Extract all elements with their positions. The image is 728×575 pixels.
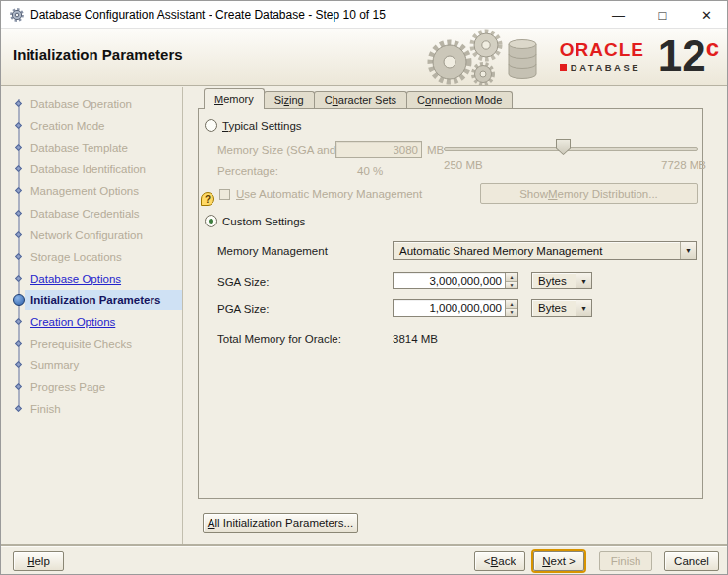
- total-memory-label: Total Memory for Oracle:: [217, 333, 341, 345]
- slider-min-label: 250 MB: [444, 160, 483, 171]
- oracle-wordmark: ORACLE: [560, 40, 644, 59]
- step-bullet-icon: [14, 318, 21, 325]
- sga-spinner-up-icon[interactable]: ▲: [506, 273, 517, 282]
- percentage-value: 40 %: [357, 165, 383, 177]
- sidebar-item-initialization-parameters: Initialization Parameters: [1, 289, 183, 311]
- pga-spinner[interactable]: ▲ ▼: [505, 300, 517, 316]
- slider-max-label: 7728 MB: [661, 160, 706, 171]
- chevron-down-icon: ▼: [576, 300, 591, 316]
- tab-memory[interactable]: Memory: [204, 88, 265, 109]
- amm-checkbox: [219, 189, 230, 200]
- sidebar-item-finish: Finish: [1, 398, 183, 419]
- sidebar-item-network-configuration: Network Configuration: [1, 224, 183, 246]
- pga-unit-select[interactable]: Bytes ▼: [531, 299, 592, 317]
- memory-size-unit-label: MB: [427, 144, 444, 156]
- memory-size-field: [335, 141, 422, 158]
- current-step-icon: [13, 294, 25, 306]
- tab-character-sets[interactable]: Character Sets: [314, 91, 407, 108]
- memory-slider-track: [444, 147, 698, 151]
- typical-settings-radio[interactable]: [205, 119, 217, 132]
- memory-size-input: [336, 142, 421, 157]
- percentage-label: Percentage:: [217, 165, 278, 177]
- step-bullet-icon: [14, 340, 21, 347]
- sidebar-item-database-operation: Database Operation: [1, 94, 183, 115]
- sga-size-label: SGA Size:: [217, 276, 269, 288]
- sidebar-item-prerequisite-checks: Prerequisite Checks: [1, 333, 183, 354]
- pga-size-input[interactable]: [394, 300, 505, 316]
- version-12c: 12 c: [658, 34, 719, 78]
- step-bullet-icon: [14, 253, 21, 260]
- cancel-button[interactable]: Cancel: [664, 551, 719, 571]
- chevron-down-icon: ▼: [576, 273, 591, 288]
- header-banner: Initialization Parameters ORACLE: [1, 29, 728, 86]
- step-bullet-icon: [14, 361, 21, 368]
- help-button[interactable]: Help: [13, 551, 64, 571]
- sga-size-input[interactable]: [394, 273, 505, 288]
- step-bullet-icon: [14, 209, 21, 216]
- total-memory-value: 3814 MB: [393, 333, 438, 345]
- step-bullet-icon: [14, 100, 21, 107]
- sga-unit-select[interactable]: Bytes ▼: [531, 272, 592, 289]
- title-bar: Database Configuration Assistant - Creat…: [1, 1, 728, 29]
- database-cylinder-icon: [509, 40, 536, 79]
- amm-checkbox-label: Use Automatic Memory Management: [236, 188, 422, 200]
- step-bullet-icon: [14, 231, 21, 238]
- version-letter: c: [706, 36, 719, 60]
- app-icon: [9, 7, 25, 23]
- tab-sizing[interactable]: Sizing: [264, 91, 315, 108]
- typical-settings-label: Typical Settings: [222, 120, 302, 132]
- sga-size-field[interactable]: ▲ ▼: [393, 272, 518, 289]
- sidebar-item-creation-options[interactable]: Creation Options: [1, 311, 183, 333]
- pga-unit-value: Bytes: [532, 302, 576, 314]
- minimize-button[interactable]: —: [596, 1, 640, 29]
- pga-size-field[interactable]: ▲ ▼: [393, 299, 518, 317]
- wizard-steps-sidebar: Database Operation Creation Mode Databas…: [1, 87, 183, 544]
- gears-database-graphic: [412, 29, 550, 86]
- pga-size-label: PGA Size:: [217, 303, 269, 315]
- next-button[interactable]: Next >: [533, 551, 584, 571]
- back-button[interactable]: < Back: [474, 551, 525, 571]
- page-title: Initialization Parameters: [13, 46, 183, 63]
- finish-button: Finish: [599, 551, 652, 571]
- version-number: 12: [658, 34, 706, 78]
- sga-spinner[interactable]: ▲ ▼: [505, 273, 517, 288]
- sidebar-item-database-options[interactable]: Database Options: [1, 268, 183, 289]
- database-wordmark: DATABASE: [571, 62, 640, 73]
- step-bullet-icon: [14, 122, 21, 129]
- tab-connection-mode[interactable]: Connection Mode: [406, 91, 513, 108]
- step-bullet-icon: [14, 383, 21, 390]
- oracle-logo: ORACLE DATABASE: [560, 40, 644, 73]
- oracle-red-square-icon: [560, 64, 567, 71]
- memory-management-value: Automatic Shared Memory Management: [394, 245, 680, 257]
- sidebar-item-storage-locations: Storage Locations: [1, 246, 183, 268]
- step-bullet-icon: [14, 275, 21, 282]
- sidebar-item-database-credentials: Database Credentials: [1, 202, 183, 224]
- custom-settings-radio[interactable]: [205, 215, 217, 227]
- chevron-down-icon: ▼: [680, 242, 696, 259]
- show-memory-distribution-button: Show Memory Distribution...: [480, 183, 698, 204]
- pga-spinner-down-icon[interactable]: ▼: [506, 309, 517, 317]
- maximize-button[interactable]: □: [640, 1, 685, 29]
- dbca-window: Database Configuration Assistant - Creat…: [0, 0, 728, 575]
- sidebar-item-database-identification: Database Identification: [1, 159, 183, 180]
- pga-spinner-up-icon[interactable]: ▲: [506, 300, 517, 309]
- sidebar-item-database-template: Database Template: [1, 137, 183, 159]
- radio-selected-dot-icon: [209, 219, 213, 224]
- sga-spinner-down-icon[interactable]: ▼: [506, 282, 517, 289]
- sidebar-item-creation-mode: Creation Mode: [1, 115, 183, 137]
- memory-management-label: Memory Management: [217, 245, 328, 257]
- sidebar-item-management-options: Management Options: [1, 180, 183, 202]
- close-button[interactable]: ✕: [685, 1, 728, 29]
- gears-icon: [431, 32, 500, 84]
- memory-management-select[interactable]: Automatic Shared Memory Management ▼: [393, 241, 697, 260]
- step-bullet-icon: [14, 405, 21, 412]
- context-help-icon: ?: [201, 192, 214, 206]
- step-bullet-icon: [14, 144, 21, 151]
- footer-separator: [1, 544, 728, 546]
- window-title: Database Configuration Assistant - Creat…: [30, 8, 386, 22]
- sga-unit-value: Bytes: [532, 275, 576, 287]
- step-bullet-icon: [14, 187, 21, 194]
- custom-settings-label: Custom Settings: [222, 216, 305, 227]
- all-initialization-parameters-button[interactable]: All Initialization Parameters...: [203, 513, 358, 533]
- tab-bar: Memory Sizing Character Sets Connection …: [204, 88, 513, 109]
